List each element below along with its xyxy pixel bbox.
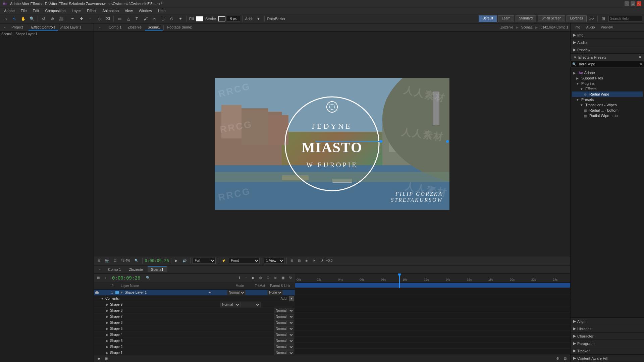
- viewer-region-btn[interactable]: ⊡: [112, 257, 118, 264]
- shape5-mode[interactable]: Normal: [274, 326, 294, 331]
- tree-effects[interactable]: ▼ Effects: [572, 86, 643, 92]
- workspace-more[interactable]: >>: [588, 15, 595, 22]
- audio-btn[interactable]: 🔊: [181, 257, 188, 264]
- shape1-mode[interactable]: Normal: [274, 350, 294, 355]
- align-section-title[interactable]: ▶ Align: [571, 318, 644, 325]
- tl-expand-btn[interactable]: ⊞: [95, 275, 101, 281]
- tl-search-btn[interactable]: 🔍: [144, 275, 152, 281]
- workspace-learn[interactable]: Learn: [498, 15, 514, 22]
- rtab-info[interactable]: Info: [572, 25, 583, 30]
- rect-tool[interactable]: ▭: [116, 15, 123, 22]
- brush-tool[interactable]: 🖌: [142, 15, 149, 22]
- eraser-tool[interactable]: ◻: [159, 15, 167, 22]
- hand-tool[interactable]: ✋: [19, 15, 27, 22]
- tl-lift-btn[interactable]: ⬆: [236, 275, 242, 281]
- search-help-input[interactable]: [608, 16, 642, 22]
- menu-edit[interactable]: Edit: [30, 8, 42, 13]
- libraries-section-title[interactable]: ▶ Libraries: [571, 325, 644, 332]
- add-btn-contents[interactable]: ▼: [289, 296, 294, 301]
- comp-tab-scena1[interactable]: Scena1: [145, 24, 163, 31]
- workspace-smallscreen[interactable]: Small Screen: [538, 15, 565, 22]
- add-btn[interactable]: ▼: [255, 15, 262, 22]
- stroke-color[interactable]: [218, 16, 225, 21]
- effects-search-bar[interactable]: 🔍 ✕: [571, 61, 644, 67]
- orbit-tool[interactable]: ⊕: [49, 15, 56, 22]
- tl-toggle-switches[interactable]: ⊞: [103, 355, 109, 362]
- tl-tab-scena1[interactable]: Scena1: [148, 266, 167, 272]
- paragraph-section-title[interactable]: ▶ Paragraph: [571, 340, 644, 347]
- tl-tab-zlozenie[interactable]: Zlozenie: [126, 267, 147, 272]
- tab-project[interactable]: Project: [9, 24, 25, 31]
- comp-tab-zlozenie[interactable]: Zlozenie: [125, 24, 145, 31]
- shape-tools[interactable]: △: [124, 15, 132, 22]
- tl-add-marker[interactable]: ◆: [96, 355, 102, 362]
- zoom-btn[interactable]: 🔍: [133, 257, 140, 264]
- view-select[interactable]: Front Top Left Active Camera: [229, 258, 260, 264]
- comp-tab-comp1[interactable]: Comp 1: [106, 24, 124, 31]
- shape9-expand[interactable]: ▶: [106, 303, 109, 306]
- tree-adobe[interactable]: ▶ Ae Adobe: [572, 70, 643, 75]
- view-mode-select[interactable]: 1 View 2 Views 4 Views: [264, 258, 284, 264]
- menu-animation[interactable]: Animation: [100, 8, 121, 13]
- character-section-title[interactable]: ▶ Character: [571, 333, 644, 340]
- convert-vertex[interactable]: ◇: [95, 15, 103, 22]
- shape8-mode[interactable]: Normal: [274, 308, 294, 313]
- shape6-mode[interactable]: Normal: [274, 320, 294, 325]
- select-tool[interactable]: ↖: [11, 15, 18, 22]
- shape1-expand[interactable]: ▶: [106, 351, 109, 355]
- pen-tool[interactable]: ✒: [69, 15, 76, 22]
- tracker-section-title[interactable]: ▶ Tracker: [571, 347, 644, 354]
- comp-breadcrumb-zlozenie[interactable]: Zlozenie: [500, 25, 513, 29]
- shape-row-4[interactable]: ▶ Shape 4 Normal: [94, 332, 295, 338]
- home-tool[interactable]: ⌂: [2, 15, 9, 22]
- shape7-expand[interactable]: ▶: [106, 315, 109, 318]
- viewer-settings-btn[interactable]: ⊞: [96, 257, 102, 264]
- shape-row-2[interactable]: ▶ Shape 2 Normal: [94, 344, 295, 350]
- comp-breadcrumb-comp1[interactable]: 0142.mp4 Comp 1: [541, 25, 568, 29]
- shape-row-1[interactable]: ▶ Shape 1 Normal: [94, 350, 295, 355]
- tree-radial-top[interactable]: ▦ Radial Wipe - top: [572, 113, 643, 118]
- ep-close-icon[interactable]: ✕: [638, 55, 641, 59]
- tl-live-update[interactable]: ↻: [287, 275, 293, 281]
- shape-row-3[interactable]: ▶ Shape 3 Normal: [94, 338, 295, 344]
- workspace-default[interactable]: Default: [479, 15, 497, 22]
- add-vertex[interactable]: ✚: [78, 15, 85, 22]
- eye-1[interactable]: [95, 291, 99, 294]
- effects-search-input[interactable]: [578, 62, 638, 66]
- clone-tool[interactable]: ✂: [151, 15, 158, 22]
- tree-supportfiles[interactable]: ▶ Support Files: [572, 75, 643, 81]
- tree-plugins[interactable]: ▼ Plug-ins: [572, 81, 643, 86]
- shape9-trkmat[interactable]: [240, 302, 261, 307]
- left-panel-menu[interactable]: ≡: [2, 25, 7, 30]
- reset-exposure-btn[interactable]: ↺: [319, 257, 325, 264]
- effects-presets-title[interactable]: ▼ Effects & Presets ✕: [571, 54, 644, 61]
- text-tool[interactable]: T: [133, 15, 141, 22]
- shape-row-5[interactable]: ▶ Shape 5 Normal: [94, 326, 295, 332]
- tree-radial-bottom[interactable]: ▦ Radial ... - bottom: [572, 108, 643, 113]
- fill-color[interactable]: [196, 16, 203, 21]
- grid-btn[interactable]: ⊞: [289, 257, 295, 264]
- channels-btn[interactable]: ◈: [304, 257, 310, 264]
- menu-window[interactable]: Window: [136, 8, 155, 13]
- tl-tab-comp1[interactable]: Comp 1: [105, 267, 124, 272]
- audio-section-title[interactable]: ▶ Audio: [571, 39, 644, 46]
- composition-canvas[interactable]: RRCG 人人素材 RRCG 人人素材 RRCG 人人素材: [215, 78, 449, 210]
- rtab-audio[interactable]: Audio: [584, 25, 598, 30]
- parent-select-1[interactable]: None: [267, 290, 283, 295]
- tree-transitions-wipes[interactable]: ▼ Transitions - Wipes: [572, 102, 643, 108]
- shape2-expand[interactable]: ▶: [106, 345, 109, 349]
- close-button[interactable]: ✕: [637, 1, 641, 6]
- roto-brush[interactable]: ⊙: [168, 15, 175, 22]
- comp-tab-footage[interactable]: Footage (none): [164, 24, 195, 31]
- shape8-expand[interactable]: ▶: [106, 309, 109, 312]
- info-section-title[interactable]: ▶ Info: [571, 32, 644, 39]
- caf-section-title[interactable]: ▶ Content-Aware Fill: [571, 355, 644, 362]
- comp-breadcrumb-scena1[interactable]: Scena1: [521, 25, 533, 29]
- rtab-preview[interactable]: Preview: [598, 25, 615, 30]
- shape7-mode[interactable]: Normal: [274, 314, 294, 319]
- fast-preview-btn[interactable]: ⚡: [220, 257, 227, 264]
- shape2-mode[interactable]: Normal: [274, 344, 294, 350]
- stroke-size-input[interactable]: 6 px: [227, 16, 240, 22]
- shape6-expand[interactable]: ▶: [106, 321, 109, 324]
- tl-solo-btn[interactable]: ○: [103, 275, 108, 281]
